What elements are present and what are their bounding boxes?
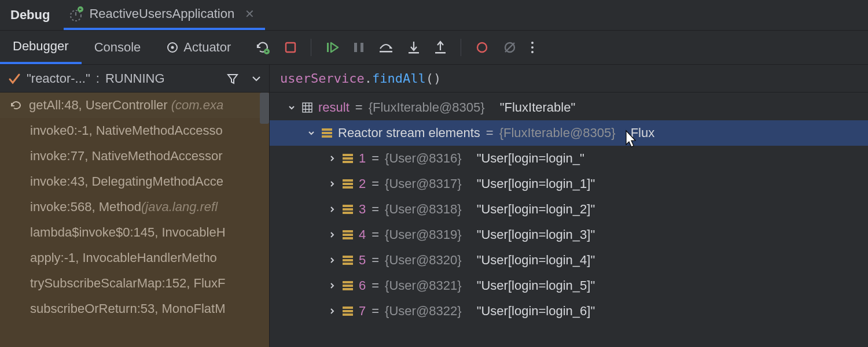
filter-icon[interactable] xyxy=(226,72,239,85)
svg-rect-31 xyxy=(343,234,353,236)
view-breakpoints-icon[interactable] xyxy=(475,40,489,54)
svg-rect-37 xyxy=(343,285,353,287)
svg-rect-35 xyxy=(343,263,353,265)
svg-rect-18 xyxy=(322,128,332,131)
list-icon xyxy=(343,204,353,215)
close-icon[interactable]: ✕ xyxy=(245,7,255,21)
stack-frame[interactable]: invoke:568, Method (java.lang.refl xyxy=(0,194,269,220)
stack-frame[interactable]: getAll:48, UserController (com.exa xyxy=(0,93,269,118)
svg-rect-33 xyxy=(343,256,353,258)
list-icon xyxy=(343,230,353,240)
debug-title-bar: Debug ReactiveUsersApplication ✕ xyxy=(0,0,868,30)
grid-icon xyxy=(302,102,312,113)
chevron-right-icon[interactable] xyxy=(328,281,337,290)
list-icon xyxy=(322,128,332,138)
stack-frame[interactable]: lambda$invoke$0:145, InvocableH xyxy=(0,220,269,245)
stack-frame[interactable]: invoke:77, NativeMethodAccessor xyxy=(0,143,269,169)
svg-rect-24 xyxy=(343,179,353,182)
separator xyxy=(461,39,461,56)
debug-toolbar: Debugger Console Actuator xyxy=(0,30,868,65)
variable-row[interactable]: 7 = {User@8322} "User[login=login_6]" xyxy=(270,298,868,324)
svg-rect-17 xyxy=(303,103,312,112)
variable-row[interactable]: 4 = {User@8319} "User[login=login_3]" xyxy=(270,222,868,248)
svg-point-15 xyxy=(531,46,534,49)
thread-sep: : xyxy=(96,71,100,86)
svg-rect-38 xyxy=(343,288,353,290)
stack-frame[interactable]: invoke:43, DelegatingMethodAcce xyxy=(0,169,269,194)
list-icon xyxy=(343,306,353,316)
stop-icon[interactable] xyxy=(284,41,297,54)
separator xyxy=(311,39,311,56)
list-icon xyxy=(343,153,353,164)
svg-rect-26 xyxy=(343,186,353,189)
chevron-down-icon[interactable] xyxy=(307,128,316,138)
chevron-down-icon[interactable] xyxy=(287,103,296,112)
svg-rect-23 xyxy=(343,161,353,163)
run-config-tab[interactable]: ReactiveUsersApplication ✕ xyxy=(64,0,265,30)
tab-actuator[interactable]: Actuator xyxy=(153,31,244,64)
stack-frame[interactable]: subscribeOrReturn:53, MonoFlatM xyxy=(0,296,269,322)
variable-row-selected[interactable]: Reactor stream elements = {FluxIterable@… xyxy=(270,120,868,146)
chevron-right-icon[interactable] xyxy=(328,154,337,163)
stack-frame[interactable]: trySubscribeScalarMap:152, FluxF xyxy=(0,271,269,296)
step-over-icon[interactable] xyxy=(378,41,393,54)
evaluate-expression-input[interactable]: userService.findAll() xyxy=(270,65,868,93)
svg-rect-25 xyxy=(343,183,353,185)
pause-icon[interactable] xyxy=(353,41,365,54)
variable-row[interactable]: 3 = {User@8318} "User[login=login_2]" xyxy=(270,197,868,222)
chevron-right-icon[interactable] xyxy=(328,179,337,189)
rerun-icon[interactable] xyxy=(255,40,270,55)
chevron-right-icon[interactable] xyxy=(328,230,337,239)
list-icon xyxy=(343,280,353,291)
run-config-name: ReactiveUsersApplication xyxy=(89,6,234,21)
svg-rect-6 xyxy=(327,43,329,52)
variable-row[interactable]: result = {FluxIterable@8305} "FluxIterab… xyxy=(270,95,868,120)
thread-selector[interactable]: "reactor-..." : RUNNING xyxy=(0,65,269,93)
tool-window-title: Debug xyxy=(10,8,50,23)
chevron-down-icon[interactable] xyxy=(252,75,261,82)
chevron-right-icon[interactable] xyxy=(328,307,337,316)
chevron-right-icon[interactable] xyxy=(328,205,337,214)
svg-rect-21 xyxy=(343,154,353,156)
svg-rect-39 xyxy=(343,307,353,309)
more-icon[interactable] xyxy=(531,41,534,54)
svg-point-3 xyxy=(171,46,174,49)
svg-rect-9 xyxy=(380,51,392,53)
variables-tree: result = {FluxIterable@8305} "FluxIterab… xyxy=(270,93,868,347)
variable-row[interactable]: 2 = {User@8317} "User[login=login_1]" xyxy=(270,171,868,197)
variable-row[interactable]: 1 = {User@8316} "User[login=login_" xyxy=(270,146,868,171)
variable-row[interactable]: 6 = {User@8321} "User[login=login_5]" xyxy=(270,273,868,298)
thread-name: "reactor-..." xyxy=(27,71,90,86)
jump-icon xyxy=(10,99,23,111)
svg-point-12 xyxy=(477,43,487,52)
svg-rect-22 xyxy=(343,157,353,160)
svg-rect-28 xyxy=(343,208,353,211)
svg-rect-7 xyxy=(354,43,357,52)
variable-row[interactable]: 5 = {User@8320} "User[login=login_4]" xyxy=(270,248,868,273)
svg-rect-5 xyxy=(286,43,295,52)
svg-rect-19 xyxy=(322,132,332,134)
svg-rect-30 xyxy=(343,230,353,232)
svg-rect-27 xyxy=(343,205,353,207)
step-out-icon[interactable] xyxy=(434,40,447,54)
resume-icon[interactable] xyxy=(325,40,339,54)
svg-rect-34 xyxy=(343,259,353,261)
thread-status: RUNNING xyxy=(105,71,165,86)
list-icon xyxy=(343,255,353,265)
stack-frame[interactable]: invoke0:-1, NativeMethodAccesso xyxy=(0,118,269,143)
frames-panel: "reactor-..." : RUNNING getAll:48, UserC… xyxy=(0,65,270,347)
svg-rect-41 xyxy=(343,313,353,316)
checkmark-icon xyxy=(8,72,21,85)
run-config-icon xyxy=(68,6,83,21)
svg-rect-20 xyxy=(322,135,332,138)
svg-rect-36 xyxy=(343,281,353,283)
mute-breakpoints-icon[interactable] xyxy=(503,40,517,54)
scrollbar-thumb[interactable] xyxy=(260,93,269,124)
tab-debugger[interactable]: Debugger xyxy=(0,31,82,64)
tab-console[interactable]: Console xyxy=(82,31,154,64)
svg-rect-10 xyxy=(409,52,419,54)
svg-rect-32 xyxy=(343,237,353,239)
stack-frame[interactable]: apply:-1, InvocableHandlerMetho xyxy=(0,245,269,271)
chevron-right-icon[interactable] xyxy=(328,256,337,265)
step-into-icon[interactable] xyxy=(407,40,420,54)
